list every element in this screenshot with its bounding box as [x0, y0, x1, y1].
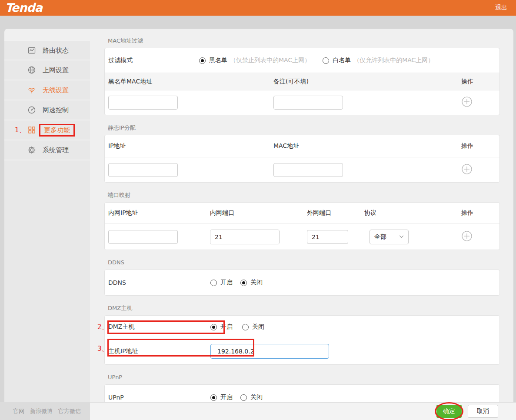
router-status-icon [27, 46, 36, 55]
blacklist-radio[interactable] [199, 57, 206, 64]
section-title-mac-filter: MAC地址过滤 [108, 37, 503, 45]
section-title-static-ip: 静态IP分配 [108, 124, 503, 132]
footer-links: 官网 新浪微博 官方微信 [0, 407, 81, 415]
mac-filter-header-row: 黑名单MAC地址 备注(可不填) 操作 [105, 73, 499, 90]
col-action: 操作 [461, 142, 496, 150]
col-lan-port: 内网端口 [210, 209, 307, 217]
sidebar-item-router-status[interactable]: 路由状态 [4, 40, 90, 60]
dmz-card: 2、 DMZ主机 开启 关闭 3、 主机IP地址 [104, 315, 500, 365]
col-blacklist-mac: 黑名单MAC地址 [108, 78, 273, 86]
port-mapping-input-row: 全部 [105, 223, 499, 250]
col-lan-ip: 内网IP地址 [108, 209, 210, 217]
ddns-off-label: 关闭 [250, 279, 263, 287]
ok-button[interactable]: 确定 [436, 405, 462, 418]
ddns-row: DDNS 开启 关闭 [105, 270, 499, 295]
main-area: 路由状态 上网设置 无线设置 [0, 16, 516, 420]
dmz-host-ip-input[interactable]: 192.168.0.2 [210, 344, 329, 359]
add-mac-filter-button[interactable] [461, 96, 473, 107]
static-ip-input-row [105, 157, 499, 182]
whitelist-note: （仅允许列表中的MAC上网） [353, 57, 434, 64]
col-protocol: 协议 [364, 209, 461, 217]
whitelist-radio[interactable] [323, 57, 329, 64]
sidebar-item-speed-control[interactable]: 网速控制 [4, 100, 90, 120]
add-static-ip-button[interactable] [461, 163, 473, 175]
static-ip-input[interactable] [108, 163, 178, 177]
section-title-dmz: DMZ主机 [108, 304, 503, 312]
plus-icon [461, 230, 473, 242]
logout-link[interactable]: 退出 [495, 4, 507, 12]
upnp-off-label: 关闭 [250, 393, 263, 401]
dmz-on-label: 开启 [220, 323, 233, 331]
filter-mode-row: 过滤模式 黑名单 （仅禁止列表中的MAC上网） 白名单 （仅允许列表中的MAC上… [105, 48, 499, 73]
ddns-off-radio[interactable] [240, 280, 247, 286]
upnp-off-radio[interactable] [240, 394, 247, 401]
plus-icon [461, 96, 473, 107]
blacklist-mac-input[interactable] [108, 96, 178, 110]
ddns-card: DDNS 开启 关闭 [104, 270, 500, 296]
globe-icon [27, 66, 36, 74]
footer-link-sina-weibo[interactable]: 新浪微博 [30, 407, 53, 415]
wan-port-input[interactable] [307, 230, 348, 244]
gear-icon [27, 146, 36, 154]
section-title-ddns: DDNS [108, 259, 503, 267]
ddns-on-label: 开启 [220, 279, 233, 287]
upnp-on-label: 开启 [220, 393, 233, 401]
lan-ip-input[interactable] [108, 230, 178, 244]
remark-input[interactable] [273, 96, 343, 110]
annotation-step-1: 1、 [15, 126, 26, 134]
protocol-select[interactable]: 全部 [370, 230, 409, 244]
section-title-port-mapping: 端口映射 [108, 191, 503, 199]
blacklist-note: （仅禁止列表中的MAC上网） [230, 57, 310, 64]
dmz-switch-row: 2、 DMZ主机 开启 关闭 [105, 316, 499, 338]
lan-port-input[interactable] [210, 230, 280, 244]
col-action: 操作 [461, 209, 496, 217]
mac-filter-card: 过滤模式 黑名单 （仅禁止列表中的MAC上网） 白名单 （仅允许列表中的MAC上… [104, 48, 500, 115]
protocol-value: 全部 [374, 233, 386, 241]
form-actions: 确定 取消 [436, 405, 498, 418]
col-ip: IP地址 [108, 142, 273, 150]
filter-mode-label: 过滤模式 [108, 57, 199, 64]
add-port-mapping-button[interactable] [461, 230, 473, 242]
content-panel: 路由状态 上网设置 无线设置 [4, 29, 513, 420]
top-bar: Tenda 退出 [0, 0, 516, 16]
lan-port-combobox [210, 230, 280, 244]
plus-icon [461, 163, 473, 175]
footer-link-official-wechat[interactable]: 官方微信 [58, 407, 81, 415]
dmz-host-ip-value: 192.168.0.2 [217, 348, 254, 355]
annotation-box-more-functions: 更多功能 [39, 124, 75, 137]
sidebar-item-more-functions[interactable]: 1、 更多功能 [4, 120, 90, 140]
cancel-button[interactable]: 取消 [468, 405, 498, 418]
dmz-label: DMZ主机 [108, 323, 210, 331]
footer-link-official-site[interactable]: 官网 [13, 407, 24, 415]
whitelist-radio-label: 白名单 [333, 57, 351, 64]
col-remark: 备注(可不填) [273, 78, 461, 86]
bottom-action-bar: 官网 新浪微博 官方微信 确定 取消 [0, 402, 516, 420]
sidebar-item-label: 无线设置 [43, 86, 69, 94]
ddns-on-radio[interactable] [210, 280, 217, 286]
col-wan-port: 外网端口 [307, 209, 364, 217]
sidebar-item-wireless-settings[interactable]: 无线设置 [4, 80, 90, 100]
dmz-host-ip-row: 3、 主机IP地址 192.168.0.2 [105, 338, 499, 364]
static-mac-input[interactable] [273, 163, 343, 177]
wifi-icon [27, 86, 36, 94]
col-mac: MAC地址 [273, 142, 461, 150]
sidebar-item-label: 网速控制 [43, 106, 69, 114]
tenda-logo: Tenda [5, 0, 42, 16]
port-mapping-card: 内网IP地址 内网端口 外网端口 协议 操作 全部 [104, 202, 500, 250]
chevron-down-icon [399, 235, 404, 238]
annotation-step-2: 2、 [97, 323, 108, 331]
col-action: 操作 [461, 78, 496, 86]
upnp-on-radio[interactable] [210, 394, 217, 401]
text-cursor [255, 348, 255, 355]
sidebar-item-label: 系统管理 [43, 146, 69, 154]
upnp-label: UPnP [108, 394, 210, 401]
sidebar-item-system-management[interactable]: 系统管理 [4, 140, 90, 160]
static-ip-header-row: IP地址 MAC地址 操作 [105, 135, 499, 157]
dmz-off-radio[interactable] [242, 324, 249, 330]
sidebar-item-label: 更多功能 [44, 126, 70, 134]
port-mapping-header-row: 内网IP地址 内网端口 外网端口 协议 操作 [105, 203, 499, 223]
dmz-on-radio[interactable] [210, 324, 217, 330]
sidebar-item-internet-settings[interactable]: 上网设置 [4, 60, 90, 80]
section-title-upnp: UPnP [108, 373, 503, 381]
sidebar-item-label: 上网设置 [43, 66, 69, 74]
